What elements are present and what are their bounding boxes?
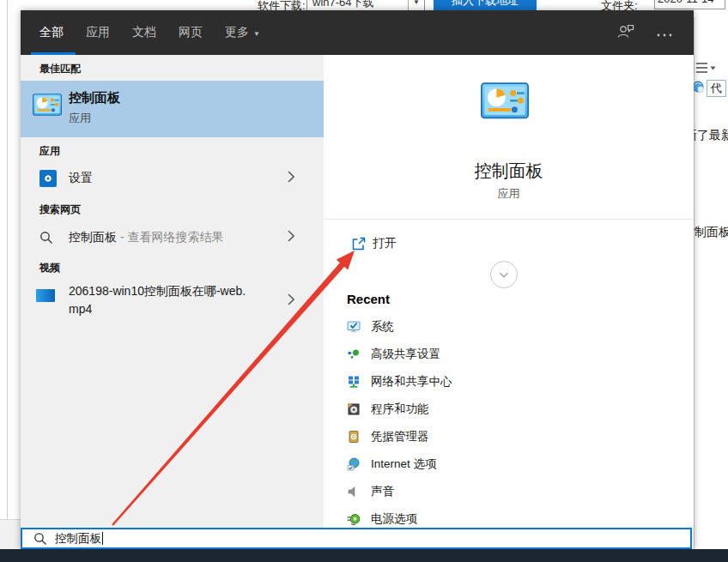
taskbar[interactable] <box>0 549 728 562</box>
control-panel-icon <box>481 82 529 125</box>
credential-manager-icon <box>347 430 361 444</box>
settings-gear-icon <box>39 170 57 187</box>
open-action[interactable]: 打开 <box>324 227 694 261</box>
video-item-label: 206198-win10控制面板在哪-web.mp4 <box>69 282 251 318</box>
feedback-icon[interactable] <box>616 23 635 42</box>
folder-date-input[interactable]: 2020-11-14 <box>654 0 725 9</box>
settings-item-label: 设置 <box>69 171 93 186</box>
settings-item[interactable]: 设置 <box>21 163 324 194</box>
background-globe-field: 代 <box>692 80 726 97</box>
globe-icon <box>692 81 704 96</box>
best-match-item[interactable]: 控制面板 应用 <box>21 81 324 137</box>
tab-all[interactable]: 全部 <box>39 25 64 40</box>
preview-subtitle: 应用 <box>324 186 694 202</box>
open-external-icon <box>352 237 366 254</box>
search-icon <box>33 532 47 549</box>
power-options-icon <box>347 512 361 526</box>
web-search-item-label: 控制面板 - 查看网络搜索结果 <box>69 230 223 245</box>
search-input-value: 控制面板 <box>55 531 103 547</box>
chevron-down-icon: ▼ <box>253 30 260 38</box>
sharing-settings-icon <box>347 347 361 361</box>
background-left-footer <box>0 520 21 549</box>
programs-features-icon <box>347 402 361 416</box>
sound-icon <box>347 485 361 499</box>
recent-item-power-options[interactable]: 电源选项 <box>324 505 694 528</box>
web-section-header: 搜索网页 <box>39 202 81 217</box>
preview-pane: 控制面板 应用 打开 Recent <box>324 55 694 528</box>
recent-item-internet-options[interactable]: Internet 选项 <box>324 450 694 478</box>
more-options-icon[interactable] <box>656 25 673 40</box>
tab-apps[interactable]: 应用 <box>86 25 110 40</box>
best-match-header: 最佳匹配 <box>39 62 81 76</box>
network-center-icon <box>347 375 361 389</box>
tab-more[interactable]: 更多▼ <box>225 25 260 40</box>
chevron-right-icon <box>288 293 294 309</box>
web-search-item[interactable]: 控制面板 - 查看网络搜索结果 <box>21 221 324 254</box>
chevron-right-icon <box>288 171 294 186</box>
recent-item-credential-manager[interactable]: 凭据管理器 <box>324 423 694 450</box>
recent-item-network-center[interactable]: 网络和共享中心 <box>324 368 694 396</box>
background-right-pane <box>694 17 728 549</box>
divider <box>324 219 694 220</box>
tab-web[interactable]: 网页 <box>179 25 203 40</box>
search-input[interactable]: 控制面板 <box>21 528 692 549</box>
tab-documents[interactable]: 文档 <box>132 25 156 40</box>
expand-button[interactable] <box>490 261 518 288</box>
list-options-icon[interactable] <box>690 61 716 78</box>
preview-title: 控制面板 <box>324 160 694 183</box>
results-pane: 最佳匹配 <box>21 55 324 528</box>
insert-download-button[interactable]: 插入下载地址 <box>434 0 537 10</box>
system-monitor-icon <box>347 320 361 334</box>
search-icon <box>39 231 53 248</box>
apps-section-header: 应用 <box>39 144 60 159</box>
recent-item-programs-features[interactable]: 程序和功能 <box>324 396 694 423</box>
recent-header: Recent <box>347 292 390 306</box>
video-item[interactable]: 206198-win10控制面板在哪-web.mp4 <box>21 280 324 323</box>
search-filter-bar: 全部 应用 文档 网页 更多▼ <box>21 10 694 55</box>
text-caret <box>102 532 103 545</box>
best-match-subtitle: 应用 <box>69 111 91 126</box>
recent-item-sharing-settings[interactable]: 高级共享设置 <box>324 341 694 368</box>
videos-section-header: 视频 <box>39 261 60 275</box>
background-left-border <box>7 0 8 549</box>
screen: 软件下载: win7-64下载 ▼ 插入下载地址 文件夹: 2020-11-14 <box>0 0 728 562</box>
open-action-label: 打开 <box>373 236 397 251</box>
chevron-right-icon <box>288 230 294 245</box>
recent-item-sound[interactable]: 声音 <box>324 478 694 505</box>
best-match-title: 控制面板 <box>69 90 120 106</box>
recent-list: 系统 高级共享设置 <box>324 313 694 528</box>
recent-item-system[interactable]: 系统 <box>324 313 694 341</box>
search-flyout: 全部 应用 文档 网页 更多▼ <box>21 10 694 549</box>
internet-options-icon <box>347 457 361 471</box>
background-code-box[interactable]: 代 <box>707 80 726 97</box>
control-panel-icon <box>33 94 62 121</box>
video-thumbnail-icon <box>36 289 55 302</box>
